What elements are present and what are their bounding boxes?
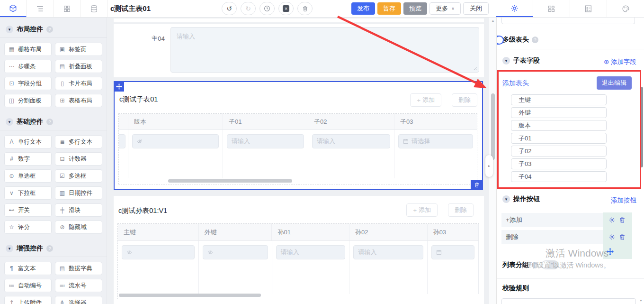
vertical-scrollbar-thumb[interactable] — [491, 93, 495, 160]
panel-expand-handle[interactable]: ► — [485, 155, 493, 177]
palette-item-field-group[interactable]: ⊡字段分组 — [4, 77, 52, 90]
palette-item-autonumber[interactable]: ≔自动编号 — [4, 279, 52, 292]
palette-item-rate[interactable]: ☆评分 — [4, 221, 52, 234]
tab-widgets[interactable] — [54, 0, 80, 17]
cell-input-z02[interactable]: 请输入 — [312, 134, 390, 148]
clipped-input-bottom[interactable] — [501, 298, 636, 304]
tab-components[interactable] — [0, 0, 27, 17]
tab-form-settings[interactable] — [570, 0, 607, 17]
tab-field-settings[interactable] — [496, 0, 533, 17]
scroll-up-icon[interactable]: ▲ — [489, 19, 497, 22]
header-field-input[interactable] — [511, 107, 607, 118]
action-button-row-add[interactable]: +添加 — [501, 213, 603, 227]
tab-datasource[interactable] — [81, 0, 107, 17]
add-header-link[interactable]: 添加表头 — [502, 79, 529, 88]
header-field-input[interactable] — [511, 94, 607, 105]
clipped-input[interactable] — [501, 18, 635, 24]
cell-input-s01[interactable]: 请输入 — [276, 245, 346, 259]
header-field-input[interactable] — [511, 133, 607, 144]
cell-input-z01[interactable]: 请输入 — [227, 134, 304, 148]
palette-item-richtext[interactable]: ¶富文本 — [4, 262, 52, 275]
close-button[interactable]: 关闭 — [463, 2, 489, 15]
button-delete-trash-icon[interactable] — [619, 217, 626, 223]
drag-handle[interactable] — [114, 81, 124, 92]
palette-item-dict[interactable]: ▤数据字典 — [55, 262, 102, 275]
more-dropdown[interactable]: 更多 ∨ — [429, 2, 461, 15]
delete-button[interactable] — [297, 2, 313, 15]
subtable-add-button[interactable]: + 添加 — [410, 93, 441, 107]
cell-input-pk[interactable] — [122, 245, 195, 259]
palette-item-grid-layout[interactable]: ▦栅格布局 — [4, 43, 52, 56]
palette-item-table-layout[interactable]: ⊞表格布局 — [55, 94, 102, 107]
resize-handle-icon[interactable] — [473, 66, 477, 71]
undo-button[interactable]: ↺ — [222, 2, 237, 15]
palette-item-radio[interactable]: ⊙单选框 — [4, 169, 52, 183]
header-field-list — [511, 94, 607, 184]
history-button[interactable] — [259, 2, 275, 15]
button-config-gear-icon[interactable] — [608, 234, 615, 240]
textarea-field[interactable]: 请输入 — [170, 27, 479, 73]
palette-item-multi-text[interactable]: ≣多行文本 — [55, 135, 102, 148]
tab-layout-settings[interactable] — [533, 0, 570, 17]
cell-input-s02[interactable]: 请输入 — [353, 245, 423, 259]
palette-item-cascader[interactable]: ⋔选择器 — [55, 296, 102, 304]
tab-theme[interactable] — [607, 0, 644, 17]
widget-grandtable[interactable]: c测试孙表01:V1 + 添加 删除 主键 外键 孙01 孙02 孙03 请输入 — [114, 196, 484, 304]
palette-item-slider[interactable]: ╪滑块 — [55, 203, 102, 217]
drag-move-icon[interactable] — [607, 248, 614, 255]
section-enhanced-widgets[interactable]: ▼ 增强控件 ? — [0, 241, 107, 257]
palette-item-hidden[interactable]: ⊘隐藏域 — [55, 221, 102, 234]
subtable-fields-header[interactable]: ▼ 子表字段 — [502, 56, 540, 65]
palette-item-split-panel[interactable]: ◫分割面板 — [4, 94, 52, 107]
subtable-remove-button[interactable] — [471, 180, 483, 190]
palette-item-steps[interactable]: ⋯步骤条 — [4, 60, 52, 73]
add-button-link[interactable]: 添加按钮 — [611, 196, 636, 205]
action-buttons-header[interactable]: ▼ 操作按钮 — [502, 195, 540, 203]
section-basic-widgets[interactable]: ▼ 基础控件 ? — [0, 115, 107, 130]
action-button-row-delete[interactable]: 删除 — [501, 230, 603, 244]
add-field-link[interactable]: ⊕ 添加字段 — [604, 58, 636, 66]
cell-input-fk[interactable] — [203, 245, 268, 259]
panel-scrollbar-thumb[interactable] — [640, 87, 643, 167]
palette-item-single-text[interactable]: A单行文本 — [4, 135, 52, 148]
header-field-input[interactable] — [511, 120, 607, 131]
palette-item-number[interactable]: #数字 — [4, 152, 52, 166]
scroll-down-icon[interactable]: ▼ — [639, 299, 643, 302]
palette-item-card-layout[interactable]: ▯卡片布局 — [55, 77, 102, 90]
header-field-input[interactable] — [511, 158, 607, 169]
grandtable-delete-button[interactable]: 删除 — [448, 203, 474, 217]
cell-input-version[interactable] — [132, 134, 219, 148]
publish-button[interactable]: 发布 — [351, 2, 375, 15]
tab-outline[interactable] — [27, 0, 54, 17]
palette-item-serial[interactable]: ≕流水号 — [55, 279, 102, 292]
palette-item-counter[interactable]: ⊟计数器 — [55, 152, 102, 166]
palette-item-switch[interactable]: ⊷开关 — [4, 203, 52, 217]
horizontal-scrollbar[interactable] — [168, 179, 292, 183]
section-layout-widgets[interactable]: ▼ 布局控件 ? — [0, 22, 107, 37]
redo-button[interactable]: ↻ — [241, 2, 256, 15]
list-group-toggle[interactable] — [541, 260, 559, 269]
palette-item-checkbox[interactable]: ☑多选框 — [55, 169, 102, 183]
header-field-input[interactable] — [511, 146, 607, 157]
undo-icon: ↺ — [226, 5, 232, 12]
exit-edit-button[interactable]: 退出编辑 — [597, 76, 632, 90]
subtable-delete-button[interactable]: 删除 — [452, 93, 477, 107]
header-field-input[interactable] — [511, 171, 607, 182]
button-delete-trash-icon[interactable] — [619, 234, 626, 240]
grandtable-add-button[interactable]: + 添加 — [406, 203, 438, 217]
palette-item-select[interactable]: ∨下拉框 — [4, 186, 52, 200]
palette-item-date[interactable]: ▥日期控件 — [55, 186, 102, 200]
palette-item-tabs[interactable]: ▣标签页 — [55, 43, 102, 56]
button-config-gear-icon[interactable] — [608, 217, 615, 223]
clear-button[interactable]: ✕ — [278, 2, 294, 15]
cell-input-z03[interactable]: 请选择 — [398, 134, 473, 148]
cell-input-clipped[interactable] — [118, 134, 125, 148]
cell-input-s03[interactable] — [431, 245, 474, 259]
preview-button[interactable]: 预览 — [403, 2, 427, 15]
save-draft-button[interactable]: 暂存 — [377, 2, 401, 15]
palette-item-collapse-panel[interactable]: ▤折叠面板 — [55, 60, 102, 73]
palette-item-upload[interactable]: ↥上传附件 — [4, 296, 52, 304]
widget-main-field[interactable]: 主04 请输入 — [114, 24, 484, 77]
widget-subtable[interactable]: c测试子表01 + 添加 删除 版本 子01 子02 子03 请输入 请输入 — [114, 81, 483, 190]
horizontal-scrollbar[interactable] — [119, 294, 261, 297]
